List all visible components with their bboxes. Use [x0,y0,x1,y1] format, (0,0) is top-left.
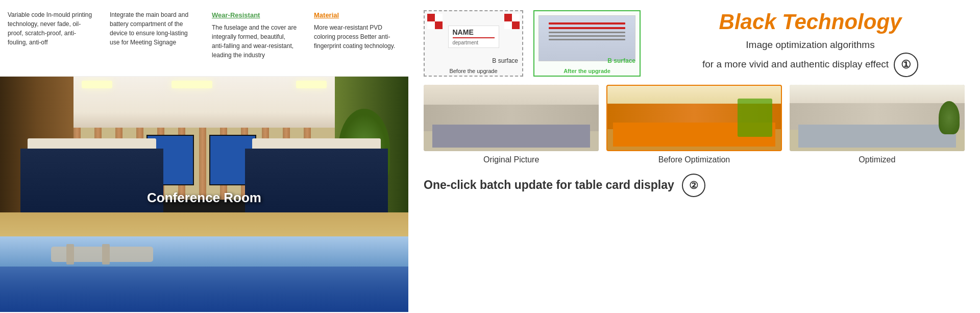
feature-wear-resistant-text: The fuselage and the cover are integrall… [212,23,299,60]
conference-room-image: Conference Room [0,77,408,236]
screen-line-3 [549,32,625,33]
feature-material-text: More wear-resistant PVD coloring process… [314,23,401,51]
wear-resistant-title: Wear-Resistant [212,10,299,20]
name-badge-name: NAME [453,28,495,38]
opt-plant [939,101,960,134]
feature-wear-resistant: Wear-Resistant The fuselage and the cove… [204,5,306,71]
before-image [606,85,781,151]
conference-room-label: Conference Room [147,190,261,206]
chairs-back-right [252,138,381,149]
screen-content [549,22,625,40]
screen-line-1 [549,22,625,25]
bottom-scene-image [0,236,408,312]
orig-ceiling [424,85,599,105]
left-panel: Variable code In-mould printing technolo… [0,0,408,313]
before-upgrade-box: NAME department B surface Before the upg… [424,10,523,77]
screen-line-5 [549,39,625,40]
name-badge-dept: department [453,40,495,45]
image-comparison-row: Original Picture Before Optimization [424,85,965,164]
after-upgrade-label: After the upgrade [564,68,610,74]
name-badge: NAME department [448,26,499,48]
after-screen [538,15,635,61]
original-image [424,85,599,151]
bottle-2 [102,244,110,264]
material-title: Material [314,10,401,20]
before-green [738,99,772,137]
feature-material: Material More wear-resistant PVD colorin… [306,5,408,71]
opt-table [798,125,956,148]
after-upgrade-box: B surface After the upgrade [533,10,641,77]
black-tech-subtitle-2: for a more vivid and authentic display e… [702,57,889,72]
svg-rect-0 [427,14,435,21]
floor [0,212,408,236]
features-row: Variable code In-mould printing technolo… [0,0,408,77]
screen-line-2 [549,27,625,29]
feature-battery-text: Integrate the main board and battery com… [110,10,197,47]
svg-rect-1 [435,21,443,29]
optimized-label: Optimized [790,155,965,164]
black-tech-title: Black Technology [656,10,965,34]
before-upgrade-label: Before the upgrade [449,68,497,74]
upgrade-comparison: NAME department B surface Before the upg… [424,10,965,77]
water-overlay [0,267,408,312]
svg-rect-3 [427,21,435,29]
red-corner-tl [427,14,443,29]
black-tech-subtitle-2-row: for a more vivid and authentic display e… [656,53,965,77]
b-surface-after-label: B surface [607,57,635,64]
ceiling-light-1 [82,81,112,88]
original-label: Original Picture [424,155,599,164]
orig-table [432,125,590,148]
black-tech-content: Black Technology Image optimization algo… [651,10,965,77]
badge-1: ① [894,53,918,77]
feature-battery: Integrate the main board and battery com… [102,5,204,71]
right-panel: NAME department B surface Before the upg… [408,0,980,313]
svg-rect-4 [504,14,512,21]
bottle-1 [66,244,74,264]
screen-line-4 [549,35,625,37]
svg-rect-7 [504,21,512,29]
ceiling-light-2 [172,81,212,88]
optimized-image [790,85,965,151]
ceiling-light-3 [296,81,327,88]
comparison-optimized: Optimized [790,85,965,164]
chairs-back-left [28,138,156,149]
slat-7 [199,128,206,200]
after-screen-bg [539,16,635,61]
badge-2: ② [682,174,705,197]
comparison-original: Original Picture [424,85,599,164]
b-surface-before-label: B surface [492,57,518,64]
black-tech-subtitle-1: Image optimization algorithms [656,38,965,53]
opt-ceiling [790,85,965,103]
svg-rect-5 [512,21,520,29]
red-corner-tr [504,14,520,29]
svg-rect-2 [435,14,443,21]
feature-variable-code: Variable code In-mould printing technolo… [0,5,102,71]
comparison-before: Before Optimization [606,85,781,164]
one-click-section: One-click batch update for table card di… [424,174,965,197]
feature-variable-code-text: Variable code In-mould printing technolo… [8,10,94,47]
before-label: Before Optimization [606,155,781,164]
svg-rect-6 [512,14,520,21]
one-click-text: One-click batch update for table card di… [424,178,674,192]
